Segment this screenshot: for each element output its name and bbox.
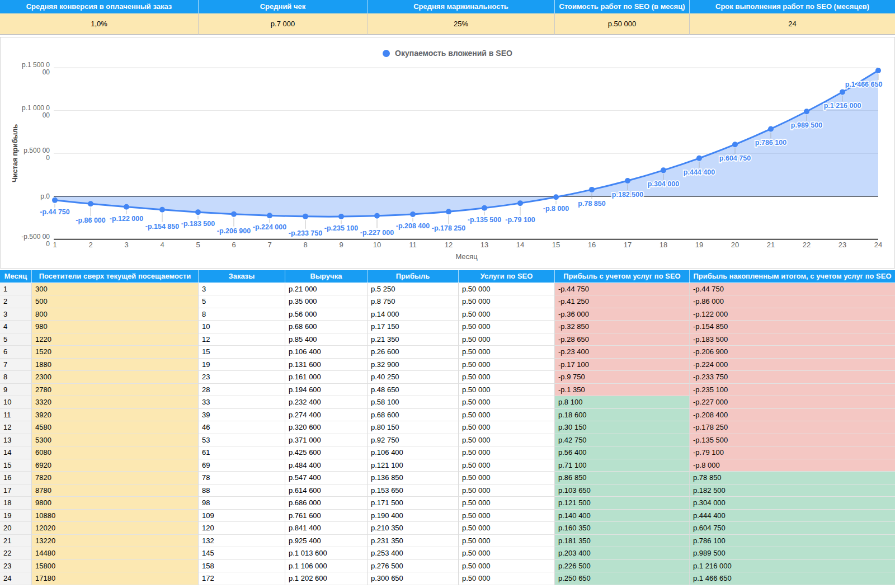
table-cell[interactable]: 69 [199, 459, 285, 472]
table-cell[interactable]: -р.86 000 [690, 295, 895, 308]
table-cell[interactable]: р.161 000 [285, 371, 368, 384]
col-header-profit[interactable]: Прибыль [368, 270, 459, 283]
param-label-conversion[interactable]: Средняя конверсия в оплаченный заказ [0, 0, 199, 13]
table-cell[interactable]: 132 [199, 535, 285, 548]
table-cell[interactable]: -р.183 500 [690, 333, 895, 346]
table-cell[interactable]: р.50 000 [459, 484, 555, 497]
table-cell[interactable]: р.50 000 [459, 522, 555, 535]
table-cell[interactable]: 14480 [32, 547, 199, 560]
table-cell[interactable]: -р.28 650 [555, 333, 690, 346]
row-month-cell[interactable]: 16 [0, 472, 32, 484]
table-cell[interactable]: р.50 000 [459, 396, 555, 409]
table-cell[interactable]: р.1 466 650 [690, 572, 895, 585]
table-cell[interactable]: р.78 850 [690, 472, 895, 484]
col-header-seo-services[interactable]: Услуги по SEO [459, 270, 555, 283]
row-month-cell[interactable]: 7 [0, 359, 32, 371]
table-cell[interactable]: р.18 600 [555, 409, 690, 422]
table-cell[interactable]: р.444 400 [690, 510, 895, 523]
table-cell[interactable]: 13220 [32, 535, 199, 548]
table-cell[interactable]: -р.44 750 [555, 283, 690, 296]
table-cell[interactable]: 23 [199, 371, 285, 384]
table-cell[interactable]: 19 [199, 359, 285, 371]
row-month-cell[interactable]: 8 [0, 371, 32, 384]
col-header-cumulative-profit[interactable]: Прибыль накопленным итогом, с учетом усл… [690, 270, 895, 283]
table-cell[interactable]: р.40 250 [368, 371, 459, 384]
table-cell[interactable]: р.50 000 [459, 446, 555, 459]
row-month-cell[interactable]: 12 [0, 421, 32, 434]
table-cell[interactable]: 28 [199, 384, 285, 397]
table-cell[interactable]: 5300 [32, 434, 199, 447]
table-cell[interactable]: -р.44 750 [690, 283, 895, 296]
table-cell[interactable]: р.50 000 [459, 434, 555, 447]
param-label-margin[interactable]: Средняя маржинальность [368, 0, 555, 13]
table-cell[interactable]: р.86 850 [555, 472, 690, 484]
table-cell[interactable]: 53 [199, 434, 285, 447]
table-cell[interactable]: -р.122 000 [690, 308, 895, 321]
table-cell[interactable]: р.92 750 [368, 434, 459, 447]
table-cell[interactable]: р.250 650 [555, 572, 690, 585]
table-cell[interactable]: 39 [199, 409, 285, 422]
table-cell[interactable]: р.8 750 [368, 295, 459, 308]
table-cell[interactable]: -р.32 850 [555, 321, 690, 333]
param-label-seo-cost[interactable]: Стоимость работ по SEO (в месяц) [555, 0, 690, 13]
table-cell[interactable]: р.131 600 [285, 359, 368, 371]
table-cell[interactable]: р.686 000 [285, 497, 368, 510]
table-cell[interactable]: р.253 400 [368, 547, 459, 560]
table-cell[interactable]: 9800 [32, 497, 199, 510]
table-cell[interactable]: 145 [199, 547, 285, 560]
table-cell[interactable]: -р.36 000 [555, 308, 690, 321]
row-month-cell[interactable]: 14 [0, 446, 32, 459]
table-cell[interactable]: р.300 650 [368, 572, 459, 585]
table-cell[interactable]: р.841 400 [285, 522, 368, 535]
table-cell[interactable]: 500 [32, 295, 199, 308]
row-month-cell[interactable]: 5 [0, 333, 32, 346]
table-cell[interactable]: 15800 [32, 560, 199, 573]
table-cell[interactable]: р.30 150 [555, 421, 690, 434]
table-cell[interactable]: 3320 [32, 396, 199, 409]
table-cell[interactable]: р.604 750 [690, 522, 895, 535]
table-cell[interactable]: 6920 [32, 459, 199, 472]
table-cell[interactable]: р.304 000 [690, 497, 895, 510]
table-cell[interactable]: 172 [199, 572, 285, 585]
table-cell[interactable]: р.425 600 [285, 446, 368, 459]
param-value-margin[interactable]: 25% [368, 13, 555, 35]
table-cell[interactable]: р.231 350 [368, 535, 459, 548]
table-cell[interactable]: р.203 400 [555, 547, 690, 560]
table-cell[interactable]: р.50 000 [459, 308, 555, 321]
param-label-average-check[interactable]: Средний чек [199, 0, 368, 13]
table-cell[interactable]: р.182 500 [690, 484, 895, 497]
table-cell[interactable]: р.210 350 [368, 522, 459, 535]
table-cell[interactable]: р.50 000 [459, 572, 555, 585]
table-cell[interactable]: р.68 600 [368, 409, 459, 422]
table-cell[interactable]: р.26 600 [368, 346, 459, 359]
roi-chart-panel[interactable]: Окупаемость вложений в SEO Чистая прибыл… [0, 37, 895, 269]
table-cell[interactable]: р.50 000 [459, 535, 555, 548]
table-cell[interactable]: р.1 106 000 [285, 560, 368, 573]
table-cell[interactable]: 1520 [32, 346, 199, 359]
table-cell[interactable]: -р.235 100 [690, 384, 895, 397]
table-cell[interactable]: -р.17 100 [555, 359, 690, 371]
table-cell[interactable]: 2780 [32, 384, 199, 397]
table-cell[interactable]: р.614 600 [285, 484, 368, 497]
table-cell[interactable]: 109 [199, 510, 285, 523]
table-cell[interactable]: -р.135 500 [690, 434, 895, 447]
table-cell[interactable]: 1220 [32, 333, 199, 346]
table-cell[interactable]: р.50 000 [459, 333, 555, 346]
row-month-cell[interactable]: 15 [0, 459, 32, 472]
table-cell[interactable]: 7820 [32, 472, 199, 484]
row-month-cell[interactable]: 23 [0, 560, 32, 573]
table-cell[interactable]: 61 [199, 446, 285, 459]
table-cell[interactable]: 8780 [32, 484, 199, 497]
table-cell[interactable]: р.106 400 [285, 346, 368, 359]
table-cell[interactable]: р.50 000 [459, 421, 555, 434]
table-cell[interactable]: р.42 750 [555, 434, 690, 447]
table-cell[interactable]: р.50 000 [459, 472, 555, 484]
row-month-cell[interactable]: 6 [0, 346, 32, 359]
row-month-cell[interactable]: 11 [0, 409, 32, 422]
col-header-visitors[interactable]: Посетители сверх текущей посещаемости [32, 270, 199, 283]
table-cell[interactable]: р.106 400 [368, 446, 459, 459]
table-cell[interactable]: -р.41 250 [555, 295, 690, 308]
table-cell[interactable]: 78 [199, 472, 285, 484]
table-cell[interactable]: 33 [199, 396, 285, 409]
table-cell[interactable]: р.1 013 600 [285, 547, 368, 560]
